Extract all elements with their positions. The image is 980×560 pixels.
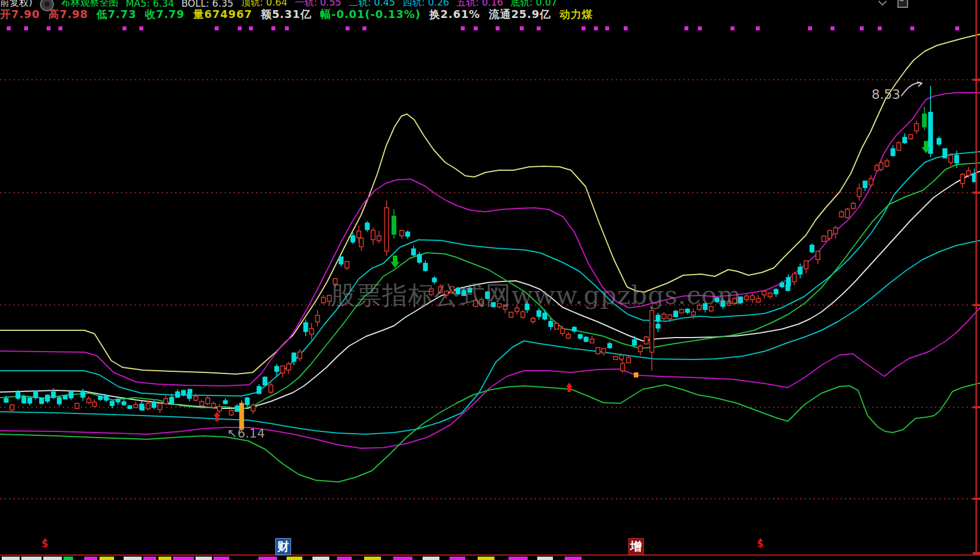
candle — [81, 391, 85, 397]
buy-arrow-icon — [566, 383, 573, 392]
candle — [792, 274, 796, 281]
event-dot — [474, 26, 478, 30]
candle — [345, 262, 349, 268]
candle — [875, 165, 879, 170]
candle — [182, 390, 185, 394]
clipped-text-fragment — [173, 557, 194, 560]
clipped-text-fragment — [84, 557, 97, 560]
event-dot — [624, 26, 628, 30]
candle — [87, 399, 91, 403]
candle — [365, 223, 369, 230]
candle — [810, 245, 814, 252]
candle — [656, 315, 660, 321]
turnover-amount: 额5.31亿 — [261, 7, 312, 22]
candle — [846, 209, 850, 217]
candle — [122, 402, 126, 404]
candle — [357, 231, 361, 238]
chevron-down-icon[interactable] — [878, 0, 887, 6]
event-dot — [362, 26, 366, 30]
candle — [28, 398, 32, 403]
watermark: 股票指标公式网www.gpzbgs.com — [330, 279, 742, 312]
event-dot — [731, 26, 734, 30]
event-dot — [878, 26, 882, 30]
candle — [909, 135, 913, 139]
panel-pin-icon[interactable] — [897, 0, 908, 8]
finance-report-badge: 财 — [275, 538, 291, 555]
clipped-text-fragment — [214, 557, 229, 560]
candle — [578, 335, 582, 338]
trading-app-window: 8.53↖6.14 前复权)布林观察全图MA5: 6.34BOLL: 6.35顶… — [0, 0, 980, 560]
holdings-increase-badge: 增 — [628, 538, 644, 555]
candle — [246, 398, 249, 404]
candle — [176, 392, 180, 398]
rebound-red-candle — [650, 311, 654, 352]
band-line-五轨 — [0, 308, 980, 448]
candle — [235, 406, 239, 411]
candle — [627, 357, 630, 363]
event-dot — [860, 26, 864, 30]
right-border — [976, 0, 977, 556]
highlighted-orange-candle — [240, 403, 244, 429]
candle — [879, 162, 883, 169]
close-price: 收7.79 — [145, 7, 185, 22]
candle — [937, 139, 941, 144]
candle — [310, 329, 314, 334]
event-dot — [461, 26, 465, 30]
candle — [798, 267, 802, 274]
clipped-text-fragment — [565, 557, 582, 560]
candle — [194, 397, 198, 400]
clipped-text-fragment — [393, 557, 412, 560]
event-dot — [139, 26, 143, 30]
candle — [584, 338, 588, 342]
candle — [816, 251, 820, 259]
clipped-text-fragment — [99, 557, 114, 560]
event-dot — [285, 26, 289, 30]
candle — [188, 393, 192, 398]
candle — [645, 337, 648, 344]
event-dot — [594, 26, 598, 30]
candle — [134, 404, 138, 407]
high-annotation-arrowhead — [917, 82, 922, 86]
candle — [885, 161, 889, 166]
candle — [400, 230, 404, 235]
clipped-text-fragment — [450, 557, 465, 560]
clipped-text-fragment — [509, 557, 528, 560]
candle — [40, 398, 44, 404]
event-dot — [24, 26, 28, 30]
right-axis-tick — [973, 79, 980, 81]
candle — [93, 402, 97, 407]
event-dot — [955, 26, 959, 30]
event-dot — [537, 26, 541, 30]
candle — [774, 289, 778, 294]
candle — [351, 236, 355, 242]
sell-signal-dollar-2: ▲$ — [755, 537, 766, 546]
clipped-text-fragment — [2, 557, 20, 560]
candle — [531, 318, 535, 322]
clipped-text-fragment — [258, 557, 277, 560]
low-price: 低7.73 — [97, 7, 137, 22]
volume: 量674967 — [193, 7, 252, 22]
candle — [217, 407, 221, 411]
candle — [304, 323, 308, 332]
right-axis-tick — [973, 192, 980, 194]
peak-green-candle — [392, 216, 396, 234]
candle — [668, 315, 672, 319]
candle — [316, 316, 320, 322]
event-dot — [698, 26, 702, 30]
candle — [614, 357, 618, 360]
candle — [10, 405, 14, 410]
candle — [573, 327, 577, 331]
candle — [780, 283, 784, 287]
candle — [292, 353, 296, 361]
candle — [834, 227, 838, 234]
candle — [212, 403, 216, 407]
candle — [891, 149, 895, 156]
candle — [98, 397, 102, 400]
candle — [418, 254, 421, 262]
open-price: 开7.90 — [0, 7, 40, 22]
candle — [555, 324, 559, 329]
band-line-顶轨 — [0, 34, 980, 374]
candle — [621, 363, 625, 371]
band-line-一轨 — [0, 93, 980, 386]
event-dot — [249, 26, 253, 30]
